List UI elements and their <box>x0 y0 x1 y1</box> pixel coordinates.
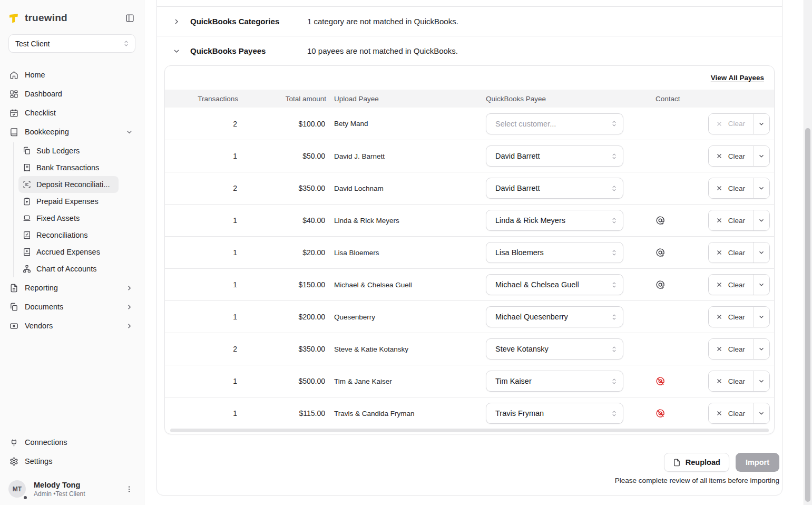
sidebar-item-label: Bookkeeping <box>25 128 69 136</box>
clear-button[interactable]: Clear <box>709 178 753 198</box>
sidebar-item-documents[interactable]: Documents <box>8 297 135 316</box>
sidebar-item-label: Prepaid Expenses <box>36 197 99 206</box>
chevron-down-icon <box>758 120 765 128</box>
clear-more-button[interactable] <box>753 275 769 295</box>
clear-more-button[interactable] <box>753 371 769 391</box>
sidebar-item-sub-ledgers[interactable]: Sub Ledgers <box>18 142 119 159</box>
clear-button[interactable]: Clear <box>709 371 753 391</box>
x-icon <box>716 217 723 224</box>
quickbooks-payee-select[interactable]: Lisa Bloemers <box>486 242 623 263</box>
cell-transactions: 2 <box>165 184 238 192</box>
quickbooks-payee-select[interactable]: David Barrett <box>486 145 623 167</box>
vertical-scrollbar-thumb[interactable] <box>805 128 810 502</box>
sidebar-item-vendors[interactable]: Vendors <box>8 316 135 335</box>
sidebar-item-chart-of-accounts[interactable]: Chart of Accounts <box>18 260 119 277</box>
sidebar-item-prepaid-expenses[interactable]: Prepaid Expenses <box>18 193 119 210</box>
chevron-down-icon[interactable] <box>172 47 181 55</box>
clear-button[interactable]: Clear <box>709 146 753 166</box>
accordion-quickbooks-categories[interactable]: QuickBooks Categories 1 category are not… <box>157 7 782 36</box>
clear-button[interactable]: Clear <box>709 210 753 230</box>
clear-more-button[interactable] <box>753 307 769 327</box>
sidebar-item-bank-transactions[interactable]: Bank Transactions <box>18 159 119 176</box>
chevron-down-icon <box>758 377 765 385</box>
clear-button[interactable]: Clear <box>709 275 753 295</box>
x-icon <box>716 377 723 385</box>
avatar: MT <box>8 480 26 498</box>
accordion-quickbooks-payees[interactable]: QuickBooks Payees 10 payees are not matc… <box>157 36 782 65</box>
clear-button[interactable]: Clear <box>709 114 753 134</box>
contact-at-sign-icon <box>656 216 666 226</box>
client-selector[interactable]: Test Client <box>8 34 135 53</box>
sidebar-item-home[interactable]: Home <box>8 65 135 84</box>
clear-more-button[interactable] <box>753 339 769 359</box>
cell-transactions: 1 <box>165 377 238 385</box>
clear-button[interactable]: Clear <box>709 403 753 423</box>
clear-more-button[interactable] <box>753 210 769 230</box>
quickbooks-payee-select[interactable]: Linda & Rick Meyers <box>486 210 623 231</box>
clear-button[interactable]: Clear <box>709 339 753 359</box>
sidebar-footer-nav: Connections Settings <box>8 433 135 471</box>
sidebar-item-label: Deposit Reconciliati... <box>36 180 110 189</box>
quickbooks-payee-select[interactable]: Tim Kaiser <box>486 371 623 392</box>
chevron-right-icon[interactable] <box>172 17 181 26</box>
quickbooks-payee-select[interactable]: Travis Fryman <box>486 403 623 424</box>
x-icon <box>716 410 723 417</box>
pages-icon <box>23 147 31 155</box>
sidebar-item-settings[interactable]: Settings <box>8 452 135 471</box>
sidebar-item-reporting[interactable]: Reporting <box>8 278 135 297</box>
sidebar-item-checklist[interactable]: Checklist <box>8 103 135 122</box>
cell-transactions: 2 <box>165 120 238 128</box>
clear-more-button[interactable] <box>753 146 769 166</box>
quickbooks-payee-select[interactable]: Michael Quesenberry <box>486 306 623 327</box>
reupload-button[interactable]: Reupload <box>664 453 729 472</box>
payees-card: View All Payees Transactions Total amoun… <box>164 65 775 434</box>
vertical-scrollbar-track[interactable] <box>804 0 812 505</box>
quickbooks-payee-select[interactable]: Steve Kotansky <box>486 338 623 360</box>
kebab-menu-icon[interactable] <box>123 483 135 496</box>
sidebar-collapse-icon[interactable] <box>124 13 135 24</box>
avatar-initials: MT <box>13 485 22 493</box>
book-plus-icon <box>23 248 31 256</box>
scan-list-icon <box>23 180 31 189</box>
user-account-row[interactable]: MT Melody Tong Admin •Test Client <box>8 480 135 498</box>
clipboard-up-icon <box>23 197 31 206</box>
quickbooks-payee-select[interactable]: Select customer... <box>486 113 623 134</box>
accordion-status: 1 category are not matched in QuickBooks… <box>307 17 458 26</box>
sidebar-item-bookkeeping[interactable]: Bookkeeping <box>8 122 135 141</box>
sidebar-item-reconciliations[interactable]: Reconciliations <box>18 227 119 244</box>
chevrons-up-down-icon <box>611 378 618 385</box>
quickbooks-payee-select[interactable]: David Barrett <box>486 178 623 199</box>
clear-button[interactable]: Clear <box>709 307 753 327</box>
table-row: 1 $200.00 Quesenberry Michael Quesenberr… <box>165 300 774 333</box>
chevrons-up-down-icon <box>611 185 618 192</box>
cell-transactions: 2 <box>165 345 238 353</box>
sidebar-item-fixed-assets[interactable]: Fixed Assets <box>18 210 119 227</box>
clear-button-group: Clear <box>708 371 770 392</box>
table-row: 2 $100.00 Bety Mand Select customer... <box>165 108 774 140</box>
clear-more-button[interactable] <box>753 178 769 198</box>
col-transactions: Transactions <box>165 95 238 103</box>
contact-at-sign-icon <box>656 280 666 290</box>
x-icon <box>716 281 723 288</box>
select-value: Linda & Rick Meyers <box>495 216 565 225</box>
hierarchy-icon <box>23 265 31 273</box>
cell-total-amount: $20.00 <box>238 248 326 257</box>
clear-label: Clear <box>728 152 745 160</box>
quickbooks-payee-select[interactable]: Michael & Chelsea Guell <box>486 274 623 295</box>
import-button[interactable]: Import <box>736 453 779 472</box>
clear-button-group: Clear <box>708 113 770 134</box>
clear-more-button[interactable] <box>753 403 769 423</box>
sidebar-item-accrued-expenses[interactable]: Accrued Expenses <box>18 244 119 260</box>
clear-more-button[interactable] <box>753 114 769 134</box>
horizontal-scrollbar[interactable] <box>170 429 769 432</box>
x-icon <box>716 345 723 353</box>
clear-more-button[interactable] <box>753 242 769 263</box>
app-logo-text: truewind <box>25 12 67 24</box>
sidebar-item-label: Reporting <box>25 284 58 292</box>
sidebar-item-deposit-reconciliation[interactable]: Deposit Reconciliati... <box>18 176 119 193</box>
chevron-right-icon <box>125 303 133 311</box>
sidebar-item-connections[interactable]: Connections <box>8 433 135 452</box>
clear-button[interactable]: Clear <box>709 242 753 263</box>
sidebar-item-dashboard[interactable]: Dashboard <box>8 84 135 103</box>
view-all-payees-link[interactable]: View All Payees <box>711 74 764 82</box>
